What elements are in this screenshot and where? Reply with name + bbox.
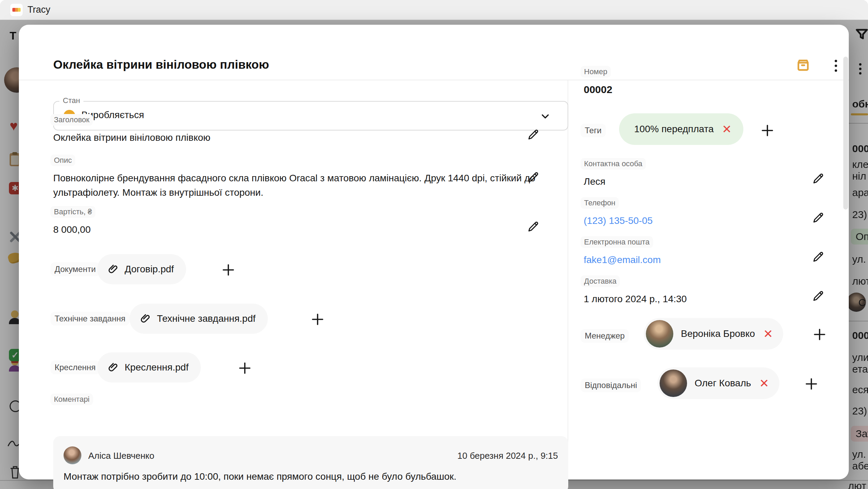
background-cell-fragment: лют [848,480,866,489]
manager-name: Вероніка Бровко [681,328,755,339]
delivery-label: Доставка [581,275,620,287]
add-responsible-button[interactable] [804,376,819,391]
background-tab-fragment: обн [852,98,868,110]
manager-label: Менеджер [581,329,629,343]
plus-icon [237,361,252,376]
pencil-icon [811,211,825,225]
add-tech-task-button[interactable] [310,312,325,327]
responsible-name: Олег Коваль [695,378,751,389]
plus-icon [804,376,819,391]
description-value: Повноколірне брендування фасадного скла … [53,171,551,200]
responsible-label: Відповідальні [581,378,641,392]
background-cell-fragment: еся [852,384,868,396]
edit-phone-button[interactable] [811,211,825,225]
pencil-icon [526,128,540,141]
modal-title: Оклейка вітрини вініловою плівкою [53,58,269,71]
tag-text: 100% передплата [634,124,714,135]
pencil-icon [811,289,825,303]
edit-email-button[interactable] [811,250,825,264]
email-label: Електронна пошта [581,236,653,248]
header-divider [19,80,849,80]
order-detail-modal: Оклейка вітрини вініловою плівкою Стан В… [19,25,849,479]
price-value: 8 000,00 [53,223,91,237]
remove-manager-button[interactable]: ✕ [763,328,773,340]
background-cell-fragment: 23) 1 [852,405,868,417]
background-kebab-icon [859,61,861,77]
plus-icon [760,123,775,138]
background-cell-fragment: ул. С [852,448,868,460]
edit-heading-button[interactable] [526,128,540,141]
background-cell-fragment: лют [852,275,868,287]
archive-button[interactable] [796,58,811,73]
modal-scrollbar-thumb[interactable] [843,57,848,209]
tag-chip: 100% передплата ✕ [619,113,743,145]
tracy-logo-icon [10,4,23,16]
drawing-label: Креслення [50,361,100,374]
comment-author-name: Аліса Шевченко [88,451,154,461]
plus-icon [221,262,236,277]
edit-contact-button[interactable] [811,172,825,185]
archive-box-icon [796,58,811,73]
background-status-chip: Опл [851,229,868,244]
background-heading-fragment: Т [10,30,16,42]
comment-item: Аліса Шевченко 10 березня 2024 р., 9:15 … [53,436,568,489]
responsible-avatar [660,369,687,397]
background-cell-fragment: ніл [852,170,866,182]
background-cell-fragment: арас [852,187,868,198]
remove-responsible-button[interactable]: ✕ [759,377,769,389]
phone-link[interactable]: (123) 135-50-05 [584,214,653,228]
remove-tag-button[interactable]: ✕ [722,123,732,135]
add-drawing-button[interactable] [237,361,252,376]
paperclip-icon [107,263,119,275]
background-status-chip: Затр [851,426,868,442]
background-cell-fragment: абе [852,460,868,472]
phone-label: Телефон [581,197,619,209]
background-cell-fragment: ета. [852,363,868,375]
paperclip-icon [140,313,151,325]
app-name: Tracy [27,4,50,15]
pencil-icon [811,172,825,185]
status-select[interactable]: Стан Виробляється [53,101,568,130]
edit-price-button[interactable] [526,220,540,234]
heading-label: Заголовок [50,114,93,126]
heading-value: Оклейка вітрини вініловою плівкою [53,130,210,145]
comments-label: Коментарі [50,394,93,405]
status-label: Стан [59,95,83,106]
add-manager-button[interactable] [812,327,827,342]
edit-description-button[interactable] [526,170,540,184]
kebab-menu-icon [835,60,837,62]
filter-funnel-icon [855,27,868,41]
comment-author-avatar [64,446,81,464]
screen: Т ♥ ✱ ✓ обн 000 кле ніл арас 23) 1 Опл у… [0,0,868,489]
add-tag-button[interactable] [760,123,775,138]
window-titlebar: Tracy [0,0,868,20]
comment-text: Монтаж потрібно зробити до 10:00, поки н… [64,471,456,482]
document-file-chip[interactable]: Договір.pdf [97,254,186,284]
clipboard-emoji-icon [10,153,20,166]
background-cell-fragment: С [858,297,866,308]
add-document-button[interactable] [221,262,236,277]
contact-label: Контактна особа [581,158,646,170]
paperclip-icon [107,362,119,373]
delivery-value: 1 лютого 2024 р., 14:30 [584,292,687,306]
comment-datetime: 10 березня 2024 р., 9:15 [457,451,558,461]
number-value: 00002 [584,82,612,97]
background-cell-fragment: кле [852,159,868,170]
background-cell-fragment: ули [852,352,868,363]
documents-label: Документи [50,262,100,276]
email-link[interactable]: fake1@email.com [584,253,661,267]
background-cell-fragment: 23) 1 [852,209,868,220]
tech-task-label: Технічне завдання [50,312,129,326]
edit-delivery-button[interactable] [811,289,825,303]
plus-icon [310,312,325,327]
drawing-file-name: Креслення.pdf [125,362,189,373]
tech-task-file-chip[interactable]: Технічне завдання.pdf [129,304,268,334]
tech-task-file-name: Технічне завдання.pdf [157,313,255,324]
pencil-icon [526,220,540,234]
more-options-button[interactable] [831,57,841,74]
number-label: Номер [581,66,611,78]
drawing-file-chip[interactable]: Креслення.pdf [97,352,201,383]
background-tab-underline [851,113,868,115]
manager-avatar [646,320,673,348]
responsible-chip: Олег Коваль ✕ [658,367,779,399]
